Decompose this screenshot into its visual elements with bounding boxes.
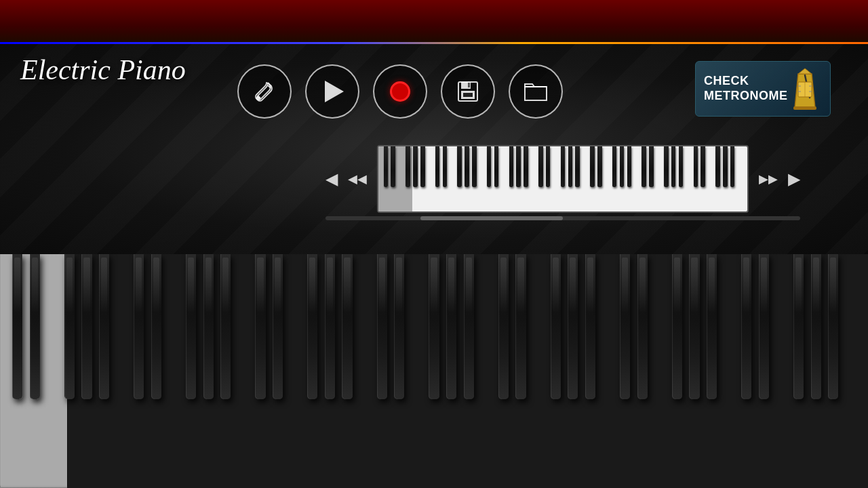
app-title: Electric Piano bbox=[20, 54, 186, 85]
mini-black-key[interactable] bbox=[420, 146, 425, 187]
mini-black-key[interactable] bbox=[649, 146, 654, 187]
mini-keyboard[interactable] bbox=[377, 145, 749, 213]
black-key[interactable] bbox=[515, 254, 526, 399]
mini-black-key[interactable] bbox=[487, 146, 492, 187]
mini-keyboard-scrollbar[interactable] bbox=[326, 216, 800, 220]
black-key[interactable] bbox=[811, 254, 821, 399]
mini-black-key[interactable] bbox=[384, 146, 389, 187]
save-icon bbox=[456, 80, 479, 103]
black-key[interactable] bbox=[377, 254, 387, 399]
black-key[interactable] bbox=[620, 254, 630, 399]
mini-black-key[interactable] bbox=[620, 146, 625, 187]
mini-scrollbar-thumb[interactable] bbox=[420, 216, 563, 220]
record-button[interactable] bbox=[373, 64, 427, 119]
mini-black-key[interactable] bbox=[465, 146, 469, 187]
save-button[interactable] bbox=[441, 64, 495, 119]
black-key[interactable] bbox=[64, 254, 75, 399]
mini-keyboard-scroll-row: ◀ ◀◀ ▶▶ ▶ bbox=[326, 145, 800, 213]
black-key[interactable] bbox=[203, 254, 214, 399]
black-key[interactable] bbox=[672, 254, 682, 399]
mini-black-key[interactable] bbox=[701, 146, 705, 187]
mini-black-key[interactable] bbox=[413, 146, 418, 187]
black-key[interactable] bbox=[255, 254, 265, 399]
black-key[interactable] bbox=[307, 254, 317, 399]
black-key[interactable] bbox=[30, 254, 40, 399]
app-logo: Electric Piano bbox=[20, 54, 186, 85]
mini-black-key[interactable] bbox=[627, 146, 632, 187]
svg-rect-7 bbox=[463, 93, 473, 97]
black-key[interactable] bbox=[793, 254, 804, 399]
open-folder-button[interactable] bbox=[509, 64, 563, 119]
black-key[interactable] bbox=[134, 254, 144, 399]
mini-black-key[interactable] bbox=[472, 146, 477, 187]
black-key[interactable] bbox=[81, 254, 92, 399]
black-key[interactable] bbox=[551, 254, 561, 399]
black-key[interactable] bbox=[689, 254, 699, 399]
scroll-left-button[interactable]: ◀◀ bbox=[348, 171, 367, 186]
mini-black-key[interactable] bbox=[443, 146, 448, 187]
black-key[interactable] bbox=[464, 254, 474, 399]
scroll-left-fast-button[interactable]: ◀ bbox=[326, 169, 338, 188]
settings-button[interactable] bbox=[237, 64, 292, 119]
black-key[interactable] bbox=[585, 254, 595, 399]
mini-black-key[interactable] bbox=[494, 146, 499, 187]
black-key[interactable] bbox=[741, 254, 751, 399]
mini-black-key[interactable] bbox=[723, 146, 728, 187]
mini-white-key[interactable] bbox=[412, 146, 412, 211]
play-button[interactable] bbox=[305, 64, 359, 119]
top-bar bbox=[0, 0, 868, 44]
large-keyboard[interactable] bbox=[0, 254, 868, 488]
black-key[interactable] bbox=[707, 254, 717, 399]
mini-black-key[interactable] bbox=[679, 146, 684, 187]
mini-black-key[interactable] bbox=[730, 146, 735, 187]
black-key[interactable] bbox=[446, 254, 456, 399]
mini-black-key[interactable] bbox=[612, 146, 617, 187]
mini-black-key[interactable] bbox=[568, 146, 573, 187]
mini-black-key[interactable] bbox=[435, 146, 440, 187]
black-key[interactable] bbox=[828, 254, 838, 399]
mini-black-key[interactable] bbox=[457, 146, 462, 187]
black-key[interactable] bbox=[394, 254, 404, 399]
mini-black-key[interactable] bbox=[516, 146, 521, 187]
mini-black-key[interactable] bbox=[590, 146, 595, 187]
mini-black-key[interactable] bbox=[671, 146, 676, 187]
mini-black-key[interactable] bbox=[642, 146, 646, 187]
black-key[interactable] bbox=[325, 254, 335, 399]
mini-black-key[interactable] bbox=[575, 146, 580, 187]
metronome-label: CHECK METRONOME bbox=[704, 74, 788, 103]
wrench-icon bbox=[252, 79, 277, 104]
black-key[interactable] bbox=[220, 254, 231, 399]
black-key[interactable] bbox=[342, 254, 352, 399]
black-key[interactable] bbox=[429, 254, 439, 399]
mini-black-key[interactable] bbox=[561, 146, 566, 187]
black-key[interactable] bbox=[568, 254, 578, 399]
scroll-right-button[interactable]: ▶▶ bbox=[759, 171, 778, 186]
mini-black-key[interactable] bbox=[391, 146, 395, 187]
piano-area[interactable] bbox=[0, 254, 868, 488]
mini-black-key[interactable] bbox=[715, 146, 720, 187]
mini-black-key[interactable] bbox=[524, 146, 528, 187]
svg-marker-12 bbox=[798, 68, 812, 74]
mini-black-key[interactable] bbox=[664, 146, 669, 187]
black-key[interactable] bbox=[759, 254, 769, 399]
mini-black-key[interactable] bbox=[597, 146, 602, 187]
mini-black-key[interactable] bbox=[509, 146, 514, 187]
black-key[interactable] bbox=[99, 254, 109, 399]
black-key[interactable] bbox=[12, 254, 22, 399]
record-icon bbox=[390, 81, 410, 102]
svg-point-3 bbox=[256, 96, 259, 99]
black-key[interactable] bbox=[186, 254, 196, 399]
mini-black-key[interactable] bbox=[538, 146, 543, 187]
folder-icon bbox=[524, 80, 548, 103]
black-key[interactable] bbox=[273, 254, 283, 399]
black-key[interactable] bbox=[151, 254, 161, 399]
black-key[interactable] bbox=[498, 254, 509, 399]
scroll-right-fast-button[interactable]: ▶ bbox=[788, 169, 800, 188]
play-icon bbox=[325, 81, 344, 102]
controls-row bbox=[237, 64, 563, 119]
black-key[interactable] bbox=[637, 254, 648, 399]
mini-black-key[interactable] bbox=[694, 146, 698, 187]
mini-black-key[interactable] bbox=[406, 146, 410, 187]
mini-black-key[interactable] bbox=[546, 146, 551, 187]
check-metronome-button[interactable]: CHECK METRONOME bbox=[695, 61, 831, 117]
